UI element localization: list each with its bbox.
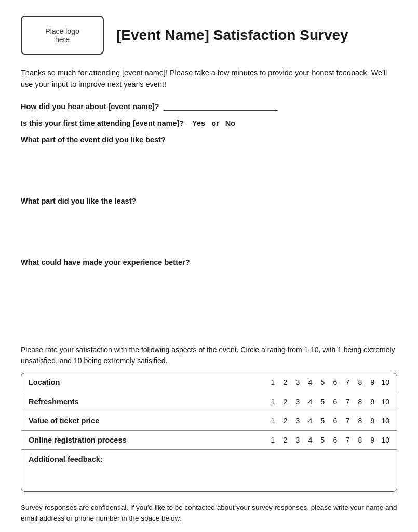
- intro-text: Thanks so much for attending [event name…: [21, 67, 397, 90]
- rating-number: 7: [344, 378, 351, 387]
- rating-number: 1: [269, 378, 276, 387]
- rating-number: 8: [356, 397, 363, 406]
- rating-number: 5: [319, 436, 326, 444]
- rating-number: 8: [356, 417, 363, 425]
- rating-row-label: Location: [29, 378, 269, 387]
- rating-row-label: Refreshments: [29, 397, 269, 406]
- additional-feedback-label: Additional feedback:: [29, 455, 103, 463]
- rating-number: 6: [331, 436, 339, 444]
- rating-number: 1: [269, 436, 276, 444]
- rating-number: 3: [294, 397, 301, 406]
- rating-number: 2: [281, 417, 289, 425]
- rating-number: 4: [306, 397, 314, 406]
- rating-row-label: Online registration process: [29, 436, 269, 444]
- rating-number: 1: [269, 397, 276, 406]
- rating-number: 2: [281, 436, 289, 444]
- rating-number: 3: [294, 417, 301, 425]
- rating-number: 10: [381, 397, 389, 406]
- q2-yes: Yes: [192, 119, 205, 127]
- rating-numbers: 12345678910: [269, 436, 389, 444]
- question-1: How did you hear about [event name]?: [21, 102, 397, 111]
- q1-label: How did you hear about [event name]?: [21, 102, 159, 111]
- rating-number: 7: [344, 397, 351, 406]
- rating-number: 6: [331, 378, 339, 387]
- rating-number: 3: [294, 378, 301, 387]
- rating-number: 2: [281, 397, 289, 406]
- question-5-space-2: [21, 295, 397, 314]
- logo-label: Place logo here: [45, 27, 79, 44]
- additional-feedback-row: Additional feedback:: [21, 450, 397, 491]
- question-4-label: What part did you like the least?: [21, 197, 397, 205]
- footer-text: Survey responses are confidential. If yo…: [21, 502, 397, 524]
- rating-number: 10: [381, 417, 389, 425]
- rating-number: 9: [369, 417, 376, 425]
- rating-number: 7: [344, 436, 351, 444]
- rating-number: 9: [369, 436, 376, 444]
- rating-number: 6: [331, 397, 339, 406]
- rating-row: Value of ticket price12345678910: [21, 411, 397, 431]
- rating-instructions: Please rate your satisfaction with the f…: [21, 344, 397, 366]
- question-5-space-3: [21, 320, 397, 339]
- question-4-space-2: [21, 233, 397, 253]
- rating-number: 1: [269, 417, 276, 425]
- rating-row-label: Value of ticket price: [29, 417, 269, 425]
- rating-row: Refreshments12345678910: [21, 392, 397, 411]
- rating-table: Location12345678910Refreshments123456789…: [21, 373, 397, 492]
- rating-number: 5: [319, 417, 326, 425]
- question-5-label: What could have made your experience bet…: [21, 258, 397, 267]
- rating-number: 3: [294, 436, 301, 444]
- rating-number: 5: [319, 378, 326, 387]
- q2-or: or: [211, 119, 219, 127]
- logo-placeholder: Place logo here: [21, 16, 104, 55]
- rating-numbers: 12345678910: [269, 378, 389, 387]
- rating-number: 10: [381, 436, 389, 444]
- rating-number: 10: [381, 378, 389, 387]
- question-3-space-2: [21, 172, 397, 192]
- rating-number: 8: [356, 378, 363, 387]
- rating-number: 9: [369, 378, 376, 387]
- question-2: Is this your first time attending [event…: [21, 119, 397, 127]
- q2-no: No: [225, 119, 235, 127]
- rating-numbers: 12345678910: [269, 397, 389, 406]
- rating-number: 4: [306, 417, 314, 425]
- rating-number: 6: [331, 417, 339, 425]
- rating-number: 7: [344, 417, 351, 425]
- page-header: Place logo here [Event Name] Satisfactio…: [21, 16, 397, 55]
- question-5-space: [21, 270, 397, 289]
- rating-number: 9: [369, 397, 376, 406]
- rating-number: 4: [306, 378, 314, 387]
- q1-answer-line: [164, 102, 278, 111]
- rating-number: 4: [306, 436, 314, 444]
- question-4-space: [21, 208, 397, 228]
- question-3-space: [21, 147, 397, 167]
- question-3-label: What part of the event did you like best…: [21, 136, 397, 144]
- rating-numbers: 12345678910: [269, 417, 389, 425]
- rating-number: 8: [356, 436, 363, 444]
- rating-number: 5: [319, 397, 326, 406]
- q2-label: Is this your first time attending [event…: [21, 119, 184, 127]
- rating-row: Location12345678910: [21, 373, 397, 392]
- survey-title: [Event Name] Satisfaction Survey: [116, 27, 348, 44]
- rating-row: Online registration process12345678910: [21, 431, 397, 450]
- rating-number: 2: [281, 378, 289, 387]
